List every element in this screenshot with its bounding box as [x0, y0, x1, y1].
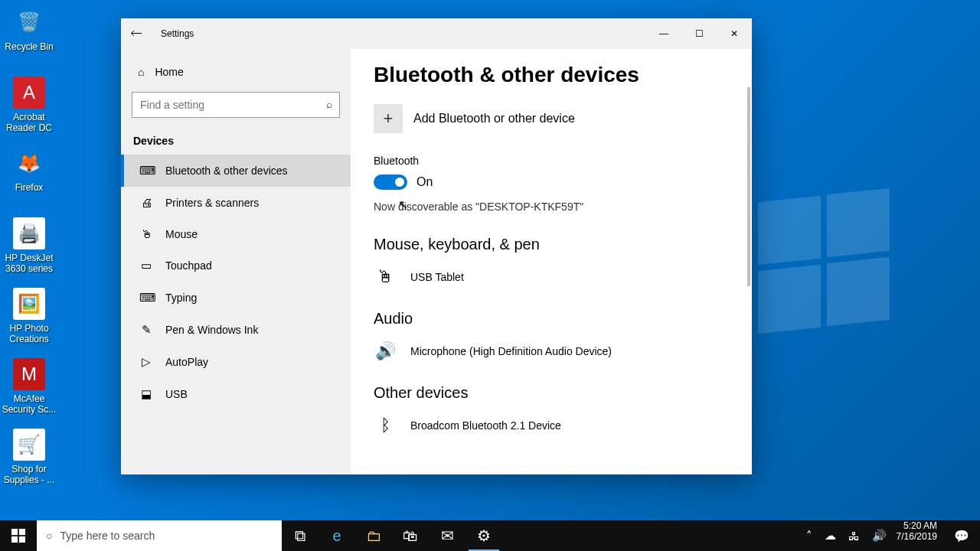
nav-printers[interactable]: 🖨Printers & scanners	[121, 187, 351, 218]
group-mouse-heading: Mouse, keyboard, & pen	[374, 236, 729, 253]
desktop-icon-hp-deskjet-3630-series[interactable]: 🖨️HP DeskJet 3630 series	[0, 217, 58, 275]
svg-rect-3	[19, 536, 25, 543]
nav-usb[interactable]: ⬓USB	[121, 378, 351, 410]
nav-label: Pen & Windows Ink	[165, 324, 258, 336]
nav-icon: ⬓	[139, 387, 153, 401]
nav-label: AutoPlay	[165, 356, 208, 368]
nav-pen[interactable]: ✎Pen & Windows Ink	[121, 314, 351, 346]
app-icon: A	[13, 77, 45, 109]
mouse-icon: 🖱	[374, 267, 397, 287]
action-center-button[interactable]: 💬	[943, 520, 980, 551]
icon-label: HP DeskJet 3630 series	[0, 253, 58, 275]
store-button[interactable]: 🛍	[392, 520, 429, 551]
nav-icon: 🖨	[139, 196, 153, 209]
nav-touchpad[interactable]: ▭Touchpad	[121, 249, 351, 282]
device-microphone[interactable]: 🔊 Microphone (High Definition Audio Devi…	[374, 337, 729, 384]
taskbar-clock[interactable]: 5:20 AM 7/16/2019	[890, 520, 943, 551]
desktop-icon-acrobat-reader-dc[interactable]: AAcrobat Reader DC	[0, 77, 58, 134]
desktop-icon-shop-for-supplies-[interactable]: 🛒Shop for Supplies - ...	[0, 429, 58, 486]
taskbar: ○ Type here to search ⧉ e 🗀 🛍 ✉ ⚙ ˄ ☁ 🖧 …	[0, 520, 980, 551]
app-icon: 🛒	[13, 429, 45, 461]
app-icon: 🖨️	[13, 217, 45, 249]
icon-label: Recycle Bin	[0, 41, 58, 52]
add-device-label: Add Bluetooth or other device	[413, 112, 575, 126]
search-input[interactable]	[132, 92, 340, 118]
minimize-button[interactable]: —	[646, 18, 681, 49]
taskbar-search-placeholder: Type here to search	[60, 530, 155, 542]
settings-taskbar-button[interactable]: ⚙	[466, 520, 502, 551]
close-button[interactable]: ✕	[717, 18, 752, 49]
nav-autoplay[interactable]: ▷AutoPlay	[121, 346, 351, 378]
edge-button[interactable]: e	[318, 520, 355, 551]
group-audio-heading: Audio	[374, 310, 729, 328]
titlebar: 🡐 Settings — ☐ ✕	[121, 18, 752, 49]
tray-onedrive-icon[interactable]: ☁	[822, 529, 838, 543]
home-icon: ⌂	[138, 66, 144, 78]
section-label: Devices	[121, 124, 351, 155]
bluetooth-state: On	[416, 175, 433, 189]
nav-icon: ▭	[139, 259, 153, 272]
icon-label: HP Photo Creations	[0, 323, 58, 345]
nav-icon: ▷	[139, 355, 153, 369]
scrollbar[interactable]	[747, 87, 750, 286]
nav-label: Printers & scanners	[165, 197, 259, 209]
desktop-icon-hp-photo-creations[interactable]: 🖼️HP Photo Creations	[0, 288, 58, 345]
content-pane: Bluetooth & other devices + Add Bluetoot…	[351, 49, 752, 474]
bluetooth-label: Bluetooth	[374, 155, 729, 167]
tray-network-icon[interactable]: 🖧	[846, 530, 862, 543]
windows-icon	[11, 529, 25, 543]
page-title: Bluetooth & other devices	[374, 63, 729, 87]
icon-label: McAfee Security Sc...	[0, 393, 58, 416]
windows-logo-wallpaper	[758, 199, 896, 337]
nav-typing[interactable]: ⌨Typing	[121, 282, 351, 314]
nav-label: Mouse	[165, 228, 198, 240]
desktop-icon-firefox[interactable]: 🦊Firefox	[0, 147, 58, 193]
bluetooth-icon: ᛒ	[374, 416, 397, 435]
search-icon: ○	[46, 530, 52, 542]
nav-mouse[interactable]: 🖱Mouse	[121, 218, 351, 249]
icon-label: Shop for Supplies - ...	[0, 464, 58, 486]
nav-icon: ⌨	[139, 291, 153, 305]
app-icon: 🗑️	[13, 6, 45, 38]
desktop-icon-recycle-bin[interactable]: 🗑️Recycle Bin	[0, 6, 58, 52]
home-label: Home	[155, 66, 183, 78]
maximize-button[interactable]: ☐	[681, 18, 717, 49]
discoverable-text: Now discoverable as "DESKTOP-KTKF59T"	[374, 201, 729, 213]
app-icon: 🖼️	[13, 288, 45, 320]
speaker-icon: 🔊	[374, 341, 397, 361]
taskbar-search[interactable]: ○ Type here to search	[37, 520, 282, 551]
nav-label: USB	[165, 388, 188, 400]
tray-volume-icon[interactable]: 🔊	[870, 529, 889, 543]
sidebar: ⌂ Home ⌕ Devices ⌨Bluetooth & other devi…	[121, 49, 351, 474]
back-button[interactable]: 🡐	[130, 27, 161, 41]
app-icon: M	[13, 358, 45, 390]
file-explorer-button[interactable]: 🗀	[355, 520, 392, 551]
plus-icon: +	[374, 104, 403, 133]
nav-icon: ✎	[139, 323, 153, 337]
desktop-icon-mcafee-security-sc-[interactable]: MMcAfee Security Sc...	[0, 358, 58, 416]
window-title: Settings	[161, 28, 194, 39]
svg-rect-0	[11, 529, 18, 535]
settings-window: 🡐 Settings — ☐ ✕ ⌂ Home ⌕ Devices ⌨Bluet…	[121, 18, 752, 474]
svg-rect-2	[11, 536, 18, 543]
icon-label: Firefox	[0, 182, 58, 193]
nav-icon: ⌨	[139, 164, 153, 178]
nav-label: Touchpad	[165, 259, 212, 272]
mail-button[interactable]: ✉	[429, 520, 466, 551]
device-usb-tablet[interactable]: 🖱 USB Tablet	[374, 262, 729, 310]
nav-label: Bluetooth & other devices	[165, 165, 288, 177]
app-icon: 🦊	[13, 147, 45, 179]
add-device-button[interactable]: + Add Bluetooth or other device	[374, 104, 729, 133]
device-broadcom[interactable]: ᛒ Broadcom Bluetooth 2.1 Device	[374, 411, 729, 443]
start-button[interactable]	[0, 520, 37, 551]
system-tray: ˄ ☁ 🖧 🔊	[802, 520, 890, 551]
tray-chevron-icon[interactable]: ˄	[804, 529, 815, 543]
nav-icon: 🖱	[139, 227, 153, 240]
icon-label: Acrobat Reader DC	[0, 112, 58, 134]
nav-bluetooth[interactable]: ⌨Bluetooth & other devices	[121, 155, 351, 187]
bluetooth-toggle[interactable]	[374, 174, 407, 190]
home-link[interactable]: ⌂ Home	[121, 58, 351, 86]
svg-rect-1	[19, 529, 25, 535]
nav-label: Typing	[165, 292, 197, 304]
task-view-button[interactable]: ⧉	[282, 520, 318, 551]
